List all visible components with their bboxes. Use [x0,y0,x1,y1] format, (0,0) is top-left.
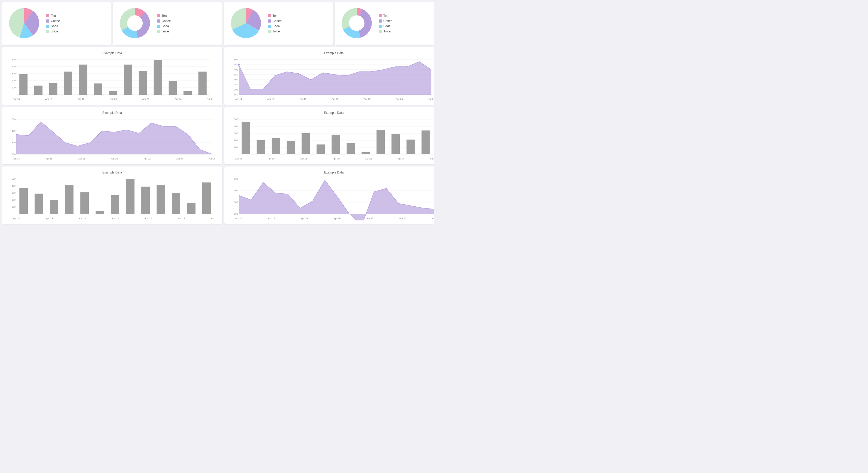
legend-item-juice-3: Juice [268,30,282,33]
legend-item-juice-4: Juice [379,30,393,33]
chart-title-2: Example Data [229,51,434,55]
legend-item-soda-3: Soda [268,24,282,28]
pie-card-1: Tea Coffee Soda Juice [2,2,111,45]
legend-item-tea: Tea [46,14,60,18]
juice-color [46,30,49,33]
legend-label-tea-2: Tea [162,14,166,18]
legend-item-juice-2: Juice [157,30,171,33]
legend-item-juice: Juice [46,30,60,33]
chart-title-3: Example Data [7,111,217,115]
legend-item-tea-4: Tea [379,14,393,18]
chart-card-2: Example Data [224,47,434,105]
legend-item-soda-2: Soda [157,24,171,28]
chart-card-3: Example Data [2,107,222,164]
legend-item-tea-2: Tea [157,14,171,18]
chart-card-5: Example Data [2,166,222,224]
legend-label-juice-2: Juice [162,30,169,33]
legend-item-coffee-3: Coffee [268,19,282,23]
dashboard-grid: Tea Coffee Soda Juice [0,0,434,226]
legend-label-coffee-2: Coffee [162,19,171,23]
pie-row: Tea Coffee Soda Juice [2,2,434,45]
chart-card-1: Example Data [2,47,222,105]
pie-card-4: Tea Coffee Soda Juice [335,2,434,45]
chart-title-5: Example Data [7,170,217,174]
chart-card-4: Example Data [224,107,434,164]
soda-color [46,25,49,28]
pie-chart-3 [229,6,263,41]
legend-label-tea: Tea [51,14,56,18]
legend-item-soda-4: Soda [379,24,393,28]
chart-title-6: Example Data [229,170,434,174]
legend-label-soda-2: Soda [162,24,169,28]
pie-chart-2 [118,6,152,41]
chart-card-6: Example Data [224,166,434,224]
legend-item-coffee-2: Coffee [157,19,171,23]
legend-label-coffee: Coffee [51,19,60,23]
tea-color [46,14,49,18]
pie-chart-4 [340,6,374,41]
legend-item-coffee: Coffee [46,19,60,23]
coffee-color [46,20,49,23]
chart-title-4: Example Data [229,111,434,115]
legend-2: Tea Coffee Soda Juice [157,14,171,33]
legend-item-soda: Soda [46,24,60,28]
legend-item-coffee-4: Coffee [379,19,393,23]
legend-1: Tea Coffee Soda Juice [46,14,60,33]
chart-title-1: Example Data [7,51,217,55]
pie-card-3: Tea Coffee Soda Juice [224,2,333,45]
pie-chart-1 [7,6,41,41]
legend-item-tea-3: Tea [268,14,282,18]
pie-card-2: Tea Coffee Soda Juice [113,2,221,45]
legend-label-soda: Soda [51,24,58,28]
legend-3: Tea Coffee Soda Juice [268,14,282,33]
legend-4: Tea Coffee Soda Juice [379,14,393,33]
legend-label-juice: Juice [51,30,58,33]
